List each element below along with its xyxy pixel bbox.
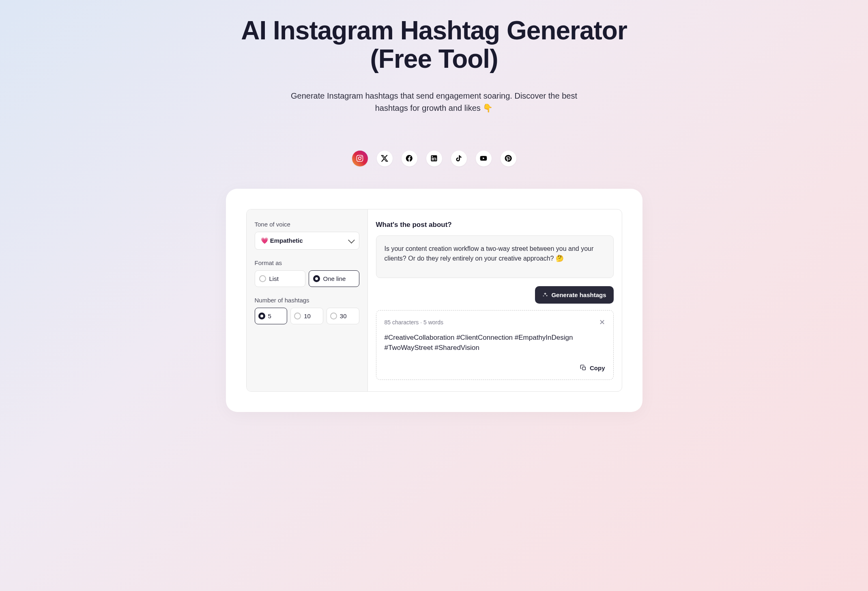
format-one-line-label: One line	[323, 275, 346, 282]
social-youtube[interactable]	[476, 151, 492, 166]
count-10[interactable]: 10	[290, 308, 323, 324]
linkedin-icon	[430, 154, 438, 162]
copy-icon	[580, 365, 587, 371]
page-title: AI Instagram Hashtag Generator (Free Too…	[226, 16, 642, 73]
pinterest-icon	[504, 154, 512, 162]
tiktok-icon	[455, 154, 463, 162]
page-subtitle: Generate Instagram hashtags that send en…	[278, 90, 590, 114]
settings-sidebar: Tone of voice 💗 Empathetic Format as Lis…	[247, 209, 368, 391]
result-meta: 85 characters · 5 words	[385, 319, 444, 326]
prompt-input[interactable]	[376, 235, 614, 278]
sparkle-icon	[542, 292, 548, 298]
copy-button[interactable]: Copy	[580, 365, 605, 371]
social-tiktok[interactable]	[451, 151, 467, 166]
social-pinterest[interactable]	[501, 151, 516, 166]
count-30-label: 30	[340, 313, 347, 319]
tone-value: 💗 Empathetic	[261, 237, 303, 244]
tone-select[interactable]: 💗 Empathetic	[255, 232, 359, 250]
youtube-icon	[479, 154, 488, 162]
chevron-down-icon	[348, 237, 355, 244]
radio-icon	[294, 313, 301, 319]
count-5[interactable]: 5	[255, 308, 288, 324]
radio-icon	[258, 313, 265, 319]
social-linkedin[interactable]	[426, 151, 442, 166]
instagram-icon	[356, 154, 364, 162]
radio-icon	[259, 275, 266, 282]
radio-icon	[313, 275, 320, 282]
hashtags-output: #CreativeCollaboration #ClientConnection…	[385, 332, 605, 353]
radio-icon	[330, 313, 337, 319]
format-list[interactable]: List	[255, 270, 305, 287]
copy-label: Copy	[590, 365, 605, 371]
svg-rect-0	[582, 367, 585, 370]
count-10-label: 10	[304, 313, 311, 319]
format-list-label: List	[269, 275, 279, 282]
social-facebook[interactable]	[402, 151, 417, 166]
tone-label: Tone of voice	[255, 221, 359, 228]
facebook-icon	[405, 154, 413, 162]
generator-card: Tone of voice 💗 Empathetic Format as Lis…	[226, 189, 642, 412]
result-box: 85 characters · 5 words ✕ #CreativeColla…	[376, 310, 614, 380]
generate-label: Generate hashtags	[551, 291, 606, 298]
social-row	[226, 151, 642, 166]
prompt-label: What's the post about?	[376, 221, 614, 229]
main-panel: What's the post about? Generate hashtags…	[368, 209, 622, 391]
count-label: Number of hashtags	[255, 297, 359, 304]
count-5-label: 5	[268, 313, 271, 319]
format-label: Format as	[255, 259, 359, 266]
social-instagram[interactable]	[352, 151, 368, 166]
x-icon	[380, 154, 389, 162]
close-button[interactable]: ✕	[599, 319, 605, 326]
social-x[interactable]	[377, 151, 393, 166]
generate-button[interactable]: Generate hashtags	[535, 286, 613, 304]
count-30[interactable]: 30	[327, 308, 359, 324]
format-one-line[interactable]: One line	[309, 270, 359, 287]
